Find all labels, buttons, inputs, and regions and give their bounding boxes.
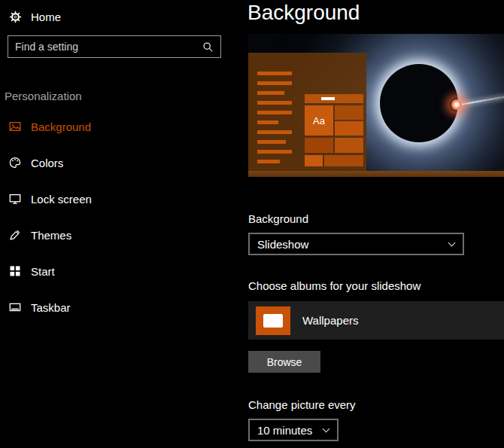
menu-line bbox=[257, 81, 292, 85]
dropdown-selected-value: Slideshow bbox=[257, 238, 308, 251]
sidebar-item-background[interactable]: Background bbox=[0, 108, 226, 145]
sidebar-item-label: Taskbar bbox=[31, 301, 71, 314]
preview-tile bbox=[335, 138, 363, 153]
search-icon[interactable] bbox=[201, 41, 220, 53]
preview-tile-aa: Aa bbox=[305, 105, 333, 136]
menu-line bbox=[257, 130, 292, 134]
picture-interval-dropdown[interactable]: 10 minutes bbox=[248, 419, 339, 441]
menu-line bbox=[257, 150, 292, 154]
picture-glyph bbox=[263, 314, 283, 328]
sidebar-item-start[interactable]: Start bbox=[0, 253, 226, 289]
menu-line bbox=[257, 91, 284, 95]
sidebar-item-label: Start bbox=[31, 265, 55, 278]
search-box bbox=[8, 35, 221, 58]
personalization-heading: Personalization bbox=[5, 90, 82, 102]
sidebar-item-colors[interactable]: Colors bbox=[0, 145, 226, 181]
sidebar-item-label: Colors bbox=[31, 157, 63, 169]
background-preview: Aa bbox=[248, 34, 504, 177]
palette-icon bbox=[9, 157, 21, 169]
taskbar-icon bbox=[9, 301, 21, 313]
settings-sidebar: Home Personalization Background bbox=[0, 0, 226, 448]
home-button[interactable]: Home bbox=[9, 5, 61, 28]
pen-icon bbox=[9, 229, 21, 241]
interval-section-label: Change picture every bbox=[248, 398, 356, 411]
sidebar-item-themes[interactable]: Themes bbox=[0, 217, 226, 253]
preview-tile bbox=[335, 121, 363, 136]
picture-icon bbox=[9, 120, 21, 133]
preview-tiles: Aa bbox=[305, 94, 365, 169]
preview-taskbar-strip bbox=[248, 171, 504, 177]
menu-line bbox=[257, 120, 278, 124]
albums-section-label: Choose albums for your slideshow bbox=[248, 279, 421, 292]
sidebar-item-label: Background bbox=[31, 120, 91, 133]
sidebar-nav: Background Colors Lock sc bbox=[0, 108, 226, 325]
home-label: Home bbox=[31, 11, 61, 23]
preview-menu-lines bbox=[257, 72, 292, 169]
preview-tile bbox=[305, 155, 323, 166]
preview-impact-glow bbox=[450, 98, 463, 111]
preview-tile-wide bbox=[305, 94, 363, 103]
grid-icon bbox=[9, 265, 21, 277]
browse-button[interactable]: Browse bbox=[248, 351, 320, 373]
sidebar-item-taskbar[interactable]: Taskbar bbox=[0, 289, 226, 325]
menu-line bbox=[257, 72, 292, 75]
sidebar-item-label: Themes bbox=[31, 229, 71, 242]
menu-line bbox=[257, 140, 286, 144]
menu-line bbox=[257, 111, 292, 114]
menu-line bbox=[257, 160, 280, 163]
menu-line bbox=[257, 101, 292, 105]
chevron-down-icon bbox=[448, 239, 456, 246]
sidebar-item-label: Lock screen bbox=[31, 193, 92, 206]
preview-start-menu: Aa bbox=[248, 53, 366, 172]
sidebar-item-lock-screen[interactable]: Lock screen bbox=[0, 181, 226, 217]
preview-tile bbox=[324, 155, 363, 166]
preview-tile bbox=[305, 138, 333, 153]
preview-planet bbox=[380, 64, 458, 142]
background-section-label: Background bbox=[248, 212, 308, 225]
chevron-down-icon bbox=[323, 425, 330, 432]
preview-tile-highlight bbox=[321, 97, 335, 100]
dropdown-selected-value: 10 minutes bbox=[257, 424, 312, 437]
page-title: Background bbox=[247, 1, 360, 25]
background-style-dropdown[interactable]: Slideshow bbox=[248, 233, 464, 255]
album-picture-icon bbox=[256, 306, 290, 335]
preview-tile bbox=[335, 105, 363, 120]
album-name: Wallpapers bbox=[302, 314, 358, 327]
monitor-icon bbox=[9, 193, 21, 205]
album-item-wallpapers[interactable]: Wallpapers bbox=[248, 301, 504, 340]
gear-icon bbox=[9, 11, 22, 23]
search-input[interactable] bbox=[8, 36, 201, 57]
